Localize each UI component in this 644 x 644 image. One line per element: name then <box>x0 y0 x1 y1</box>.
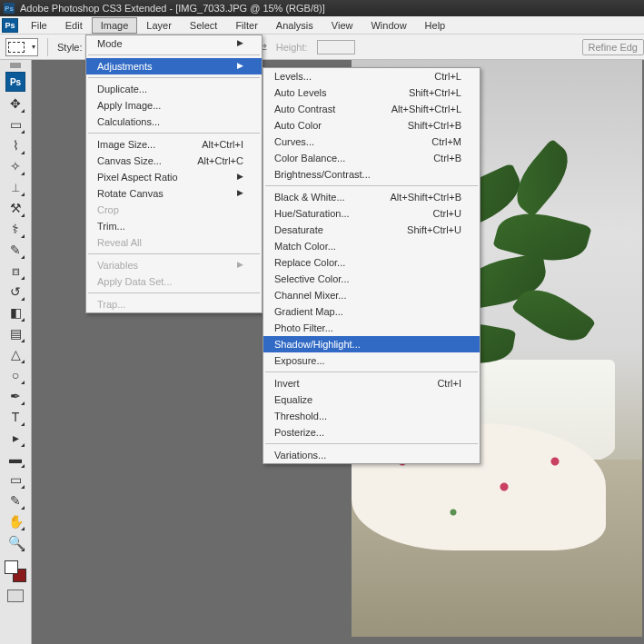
menu-item-label: Auto Levels <box>274 87 326 98</box>
menu-analysis[interactable]: Analysis <box>267 17 322 34</box>
image-menu-item-apply-image[interactable]: Apply Image... <box>86 97 262 114</box>
image-menu-item-variables: Variables▶ <box>86 257 262 273</box>
menu-item-label: Rotate Canvas <box>97 188 163 199</box>
image-menu-item-adjustments[interactable]: Adjustments▶ <box>86 58 262 74</box>
path-selection-tool[interactable]: ▸ <box>5 428 25 448</box>
refine-edge-button[interactable]: Refine Edg <box>582 39 644 55</box>
adjustments-item-color-balance[interactable]: Color Balance...Ctrl+B <box>263 150 480 166</box>
adjustments-item-curves[interactable]: Curves...Ctrl+M <box>263 134 480 150</box>
marquee-tool[interactable]: ▭ <box>5 114 25 134</box>
lasso-tool[interactable]: ⌇ <box>5 135 25 155</box>
window-title: Adobe Photoshop CS3 Extended - [IMG_7033… <box>20 3 325 14</box>
adjustments-item-invert[interactable]: InvertCtrl+I <box>263 375 480 391</box>
brush-tool[interactable]: ✎ <box>5 240 25 260</box>
separator <box>265 185 478 186</box>
menu-item-label: Variations... <box>274 450 326 461</box>
dodge-tool[interactable]: ○ <box>5 365 25 385</box>
ps-badge-icon[interactable]: Ps <box>2 18 18 33</box>
zoom-tool[interactable]: 🔍 <box>5 532 25 552</box>
adjustments-item-posterize[interactable]: Posterize... <box>263 424 480 441</box>
image-menu-item-trim[interactable]: Trim... <box>86 218 262 234</box>
image-menu-item-canvas-size[interactable]: Canvas Size...Alt+Ctrl+C <box>86 153 262 169</box>
menu-item-label: Desaturate <box>274 224 323 235</box>
menu-item-label: Apply Data Set... <box>97 276 173 287</box>
magic-wand-tool[interactable]: ✧ <box>5 156 25 176</box>
gradient-tool[interactable]: ▤ <box>5 323 25 343</box>
adjustments-item-equalize[interactable]: Equalize <box>263 391 480 408</box>
height-input[interactable] <box>317 40 355 54</box>
adjustments-item-photo-filter[interactable]: Photo Filter... <box>263 320 480 336</box>
adjustments-item-replace-color[interactable]: Replace Color... <box>263 254 480 271</box>
healing-brush-tool[interactable]: ⚕ <box>5 219 25 239</box>
tool-preset-picker[interactable]: ▾ <box>5 38 38 56</box>
menu-item-label: Channel Mixer... <box>274 290 346 301</box>
adjustments-item-black-white[interactable]: Black & White...Alt+Shift+Ctrl+B <box>263 189 480 205</box>
adjustments-item-auto-levels[interactable]: Auto LevelsShift+Ctrl+L <box>263 84 480 101</box>
adjustments-item-auto-color[interactable]: Auto ColorShift+Ctrl+B <box>263 117 480 134</box>
crop-tool[interactable]: ⟂ <box>5 177 25 197</box>
adjustments-item-brightness-contrast[interactable]: Brightness/Contrast... <box>263 166 480 183</box>
adjustments-item-shadow-highlight[interactable]: Shadow/Highlight... <box>263 336 480 352</box>
shortcut-label: Ctrl+U <box>433 208 461 219</box>
shape-tool[interactable]: ▬ <box>5 449 25 469</box>
eraser-tool[interactable]: ◧ <box>5 302 25 322</box>
shortcut-label: Ctrl+M <box>431 136 461 147</box>
image-menu-item-duplicate[interactable]: Duplicate... <box>86 81 262 97</box>
shortcut-label: Shift+Ctrl+L <box>409 87 461 98</box>
image-menu-item-rotate-canvas[interactable]: Rotate Canvas▶ <box>86 185 262 202</box>
adjustments-item-exposure[interactable]: Exposure... <box>263 352 480 369</box>
menu-item-label: Equalize <box>274 394 312 405</box>
eyedropper-tool[interactable]: ✎ <box>5 490 25 510</box>
hand-tool[interactable]: ✋ <box>5 511 25 531</box>
separator <box>265 443 478 444</box>
quick-mask-toggle[interactable] <box>7 590 24 602</box>
menu-item-label: Posterize... <box>274 427 324 438</box>
menu-item-label: Reveal All <box>97 237 142 248</box>
menu-select[interactable]: Select <box>181 17 227 34</box>
adjustments-item-variations[interactable]: Variations... <box>263 447 480 463</box>
pen-tool[interactable]: ✒ <box>5 386 25 406</box>
toolbox: Ps ✥▭⌇✧⟂⚒⚕✎⧈↺◧▤△○✒T▸▬▭✎✋🔍 <box>0 60 32 644</box>
adjustments-item-channel-mixer[interactable]: Channel Mixer... <box>263 287 480 303</box>
shortcut-label: Shift+Ctrl+B <box>408 120 461 131</box>
adjustments-item-auto-contrast[interactable]: Auto ContrastAlt+Shift+Ctrl+L <box>263 101 480 117</box>
adjustments-item-gradient-map[interactable]: Gradient Map... <box>263 303 480 320</box>
adjustments-item-hue-saturation[interactable]: Hue/Saturation...Ctrl+U <box>263 205 480 222</box>
foreground-color-swatch[interactable] <box>5 560 18 574</box>
menu-layer[interactable]: Layer <box>137 17 181 34</box>
menu-image[interactable]: Image <box>92 17 138 34</box>
image-menu-item-pixel-aspect-ratio[interactable]: Pixel Aspect Ratio▶ <box>86 169 262 185</box>
menu-item-label: Photo Filter... <box>274 322 333 333</box>
menu-file[interactable]: File <box>22 17 56 34</box>
toolbox-grip[interactable] <box>10 63 21 68</box>
slice-tool[interactable]: ⚒ <box>5 198 25 218</box>
clone-stamp-tool[interactable]: ⧈ <box>5 261 25 281</box>
adjustments-item-selective-color[interactable]: Selective Color... <box>263 271 480 287</box>
menu-item-label: Trap... <box>97 299 125 310</box>
menu-item-label: Shadow/Highlight... <box>274 339 361 350</box>
submenu-arrow-icon: ▶ <box>237 260 243 271</box>
move-tool[interactable]: ✥ <box>5 94 25 114</box>
ps-toolbox-icon[interactable]: Ps <box>5 72 25 92</box>
color-swatches[interactable] <box>5 560 26 582</box>
type-tool[interactable]: T <box>5 407 25 427</box>
notes-tool[interactable]: ▭ <box>5 470 25 490</box>
image-menu-item-calculations[interactable]: Calculations... <box>86 114 262 130</box>
menu-item-label: Mode <box>97 38 123 49</box>
menu-window[interactable]: Window <box>362 17 415 34</box>
image-menu-item-mode[interactable]: Mode▶ <box>86 35 262 52</box>
menu-edit[interactable]: Edit <box>56 17 92 34</box>
history-brush-tool[interactable]: ↺ <box>5 282 25 302</box>
menu-help[interactable]: Help <box>416 17 455 34</box>
submenu-arrow-icon: ▶ <box>237 38 243 49</box>
menu-item-label: Curves... <box>274 136 314 147</box>
menu-filter[interactable]: Filter <box>226 17 266 34</box>
adjustments-item-desaturate[interactable]: DesaturateShift+Ctrl+U <box>263 222 480 238</box>
menu-view[interactable]: View <box>322 17 362 34</box>
menu-item-label: Invert <box>274 378 300 389</box>
image-menu-item-image-size[interactable]: Image Size...Alt+Ctrl+I <box>86 136 262 153</box>
adjustments-item-match-color[interactable]: Match Color... <box>263 238 480 254</box>
adjustments-item-threshold[interactable]: Threshold... <box>263 408 480 424</box>
blur-tool[interactable]: △ <box>5 344 25 364</box>
adjustments-item-levels[interactable]: Levels...Ctrl+L <box>263 68 480 84</box>
